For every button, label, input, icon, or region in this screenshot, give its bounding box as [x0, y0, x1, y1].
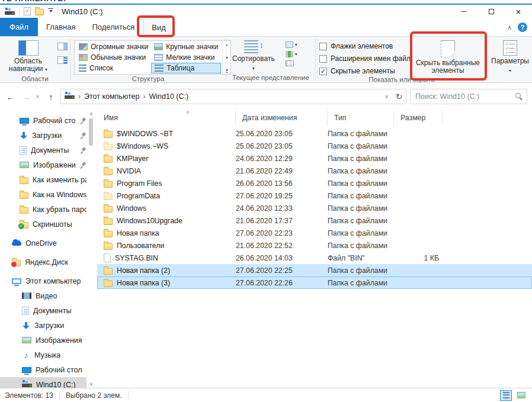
- tab-share[interactable]: Поделиться: [84, 18, 143, 36]
- scrollbar-thumb[interactable]: [89, 118, 93, 146]
- properties-icon[interactable]: [24, 7, 31, 15]
- column-header-name[interactable]: Имя: [97, 110, 236, 125]
- sidebar-item-desktop[interactable]: Рабочий стол: [0, 362, 86, 377]
- recent-locations-icon[interactable]: ∨: [36, 94, 41, 99]
- scroll-up-icon[interactable]: ∧: [89, 111, 93, 117]
- scroll-down-icon[interactable]: ∨: [89, 381, 93, 387]
- file-row[interactable]: Program Files 26.06.2020 13:56 Папка с ф…: [97, 177, 532, 189]
- divider: [19, 7, 20, 15]
- customize-toolbar-icon[interactable]: [48, 8, 53, 14]
- sidebar-item-folder[interactable]: Как на Windows: [0, 187, 86, 202]
- file-row-selected[interactable]: Новая папка (3) 27.06.2020 22:26 Папка с…: [97, 276, 532, 289]
- file-row-selected[interactable]: Новая папка (2) 27.06.2020 22:25 Папка с…: [97, 264, 532, 276]
- file-row[interactable]: ProgramData 27.06.2020 19:25 Папка с фай…: [97, 189, 532, 202]
- sidebar-item-folder[interactable]: Как убрать паро: [0, 202, 86, 217]
- help-icon[interactable]: ?: [518, 22, 527, 32]
- group-label-current-view: Текущее представление: [226, 73, 315, 83]
- sidebar-item-documents-pinned[interactable]: Документы: [0, 143, 86, 157]
- sidebar-item-desktop-pinned[interactable]: Рабочий сто: [0, 113, 86, 128]
- ribbon-tab-bar: Файл Главная Поделиться Вид ∧ ?: [0, 18, 532, 37]
- address-box[interactable]: › Этот компьютер › Wind10 (C:) ∨: [60, 89, 393, 104]
- search-input[interactable]: [414, 92, 515, 101]
- breadcrumb-drive[interactable]: Wind10 (C:): [149, 92, 188, 101]
- size-all-columns-button[interactable]: [286, 60, 297, 66]
- address-dropdown-icon[interactable]: ∨: [384, 94, 389, 99]
- view-option-extra-large-icons[interactable]: Огромные значки: [76, 41, 151, 52]
- file-row[interactable]: $Windows.~WS 25.06.2020 23:05 Папка с фа…: [97, 140, 532, 152]
- group-by-button[interactable]: ▾: [286, 41, 297, 48]
- new-folder-icon[interactable]: [35, 9, 44, 15]
- view-option-small-icons[interactable]: Мелкие значки: [151, 52, 221, 63]
- refresh-button[interactable]: ↻: [392, 89, 406, 104]
- view-option-medium-icons[interactable]: Обычные значки: [76, 52, 151, 63]
- column-header-type[interactable]: Тип: [328, 110, 394, 125]
- tab-home[interactable]: Главная: [38, 18, 84, 36]
- tab-view[interactable]: Вид: [143, 18, 175, 37]
- breadcrumb-this-pc[interactable]: Этот компьютер: [84, 92, 139, 101]
- file-row[interactable]: Windows10Upgrade 21.06.2020 17:37 Папка …: [97, 214, 532, 227]
- checkbox-unchecked[interactable]: [319, 55, 327, 63]
- search-box[interactable]: [410, 89, 527, 104]
- sidebar-item-pictures[interactable]: Изображения: [0, 333, 86, 348]
- sidebar-item-yandex-disk[interactable]: Яндекс.Диск: [0, 255, 86, 269]
- sidebar-item-onedrive[interactable]: OneDrive: [0, 236, 86, 250]
- layout-gallery: Огромные значки Обычные значки Список Кр…: [74, 40, 231, 75]
- drive-icon: [22, 384, 32, 387]
- medium-icons-icon: [79, 54, 88, 61]
- maximize-button[interactable]: [477, 5, 505, 18]
- checkbox-item-checkboxes[interactable]: Флажки элементов: [319, 42, 413, 50]
- file-name: Windows10Upgrade: [117, 217, 182, 225]
- window-controls: ×: [450, 5, 532, 18]
- file-row[interactable]: Новая папка 27.06.2020 22:23 Папка с фай…: [97, 227, 532, 239]
- column-header-size[interactable]: Размер: [394, 110, 443, 125]
- checkbox-file-extensions[interactable]: Расширения имен файлов: [319, 54, 413, 63]
- sidebar-item-this-pc[interactable]: Этот компьютер: [0, 274, 86, 288]
- tab-file[interactable]: Файл: [0, 18, 38, 36]
- sidebar-scrollbar[interactable]: ∧ ∨: [88, 110, 95, 388]
- forward-button[interactable]: →: [20, 92, 32, 102]
- desktop-icon: [22, 367, 31, 373]
- file-row[interactable]: $WINDOWS.~BT 25.06.2020 23:05 Папка с фа…: [97, 127, 532, 140]
- back-button[interactable]: ←: [5, 92, 17, 102]
- documents-icon: [20, 146, 27, 155]
- sidebar-item-documents[interactable]: Документы: [0, 303, 86, 318]
- file-row[interactable]: Windows 24.06.2020 12:33 Папка с файлами: [97, 202, 532, 214]
- sidebar-item-pictures-pinned[interactable]: Изображени: [0, 157, 86, 172]
- up-button[interactable]: ↑: [45, 92, 57, 102]
- sort-by-button[interactable]: Сортировать ▾: [230, 39, 277, 73]
- column-header-date[interactable]: Дата изменения: [236, 110, 328, 125]
- file-row[interactable]: Пользователи 21.06.2020 22:52 Папка с фа…: [97, 239, 532, 252]
- sidebar-item-screenshots[interactable]: Скриншоты: [0, 217, 86, 231]
- checkbox-hidden-items[interactable]: ✓ Скрытые элементы: [319, 67, 413, 75]
- file-row[interactable]: KMPlayer 24.06.2020 12:29 Папка с файлам…: [97, 152, 532, 165]
- sidebar-item-folder[interactable]: Как изменить ра: [0, 172, 86, 187]
- view-option-details[interactable]: Таблица: [151, 63, 221, 73]
- details-pane-icon[interactable]: [57, 56, 68, 64]
- checkbox-checked[interactable]: ✓: [319, 67, 327, 75]
- details-view-toggle[interactable]: [500, 390, 512, 401]
- add-columns-button[interactable]: ▾: [286, 51, 297, 57]
- file-name: $Windows.~WS: [117, 142, 168, 150]
- options-button[interactable]: Параметры ▾: [489, 39, 531, 76]
- thumbnails-view-toggle[interactable]: [515, 390, 527, 401]
- navigation-pane-button[interactable]: Область навигации ▾: [4, 39, 53, 75]
- checkbox-unchecked[interactable]: [319, 43, 327, 50]
- minimize-button[interactable]: [450, 5, 477, 18]
- file-row[interactable]: SYSTAG.BIN 26.06.2020 14:03 Файл "BIN" 1…: [97, 252, 532, 264]
- pin-icon: [80, 117, 86, 124]
- close-button[interactable]: ×: [505, 5, 532, 18]
- collapse-ribbon-icon[interactable]: ∧: [507, 24, 512, 31]
- hide-selected-items-button[interactable]: Скрыть выбранные элементы: [413, 39, 483, 75]
- sidebar-item-wind10-drive[interactable]: Wind10 (C:): [0, 377, 86, 388]
- sidebar-item-videos[interactable]: Видео: [0, 288, 86, 303]
- music-icon: ♪: [22, 351, 30, 359]
- sidebar-item-music[interactable]: ♪Музыка: [0, 348, 86, 362]
- sidebar-item-downloads[interactable]: Загрузки: [0, 318, 86, 333]
- view-option-list[interactable]: Список: [76, 63, 151, 73]
- preview-pane-icon[interactable]: [57, 43, 68, 50]
- search-icon[interactable]: [515, 93, 523, 101]
- view-option-large-icons[interactable]: Крупные значки: [151, 41, 221, 52]
- folder-icon: [104, 281, 113, 287]
- sidebar-item-downloads-pinned[interactable]: Загрузки: [0, 128, 86, 143]
- file-row[interactable]: NVIDIA 21.06.2020 22:49 Папка с файлами: [97, 165, 532, 177]
